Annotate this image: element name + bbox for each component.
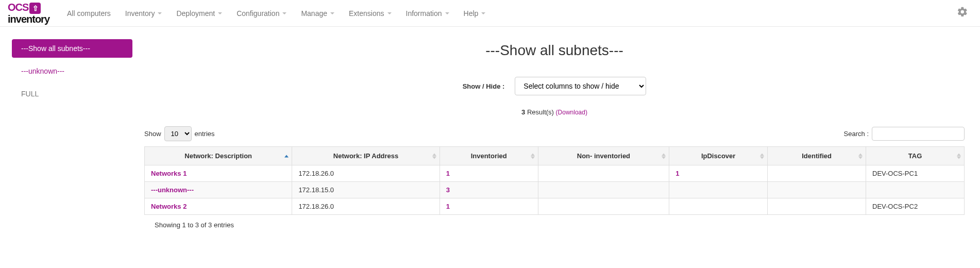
subnets-table: Network: Description Network: IP Address… bbox=[144, 146, 965, 215]
show-label: Show bbox=[144, 130, 161, 138]
col-tag[interactable]: TAG bbox=[866, 147, 965, 165]
cell-ip: 172.18.26.0 bbox=[292, 165, 440, 182]
sort-desc-icon bbox=[957, 156, 961, 159]
table-row: Networks 2 172.18.26.0 1 DEV-OCS-PC2 bbox=[145, 198, 965, 215]
cell-network-desc[interactable]: Networks 2 bbox=[151, 203, 187, 210]
caret-icon bbox=[445, 12, 449, 14]
results-row: 3 Result(s) (Download) bbox=[144, 108, 965, 116]
sort-asc-icon bbox=[760, 153, 764, 156]
show-hide-select[interactable]: Select columns to show / hide bbox=[515, 77, 646, 95]
col-inventoried[interactable]: Inventoried bbox=[440, 147, 538, 165]
nav-deployment[interactable]: Deployment bbox=[169, 0, 229, 27]
table-row: Networks 1 172.18.26.0 1 1 DEV-OCS-PC1 bbox=[145, 165, 965, 182]
cell-network-desc[interactable]: ---unknown--- bbox=[151, 186, 194, 194]
sort-asc-icon bbox=[957, 153, 961, 156]
show-hide-label: Show / Hide : bbox=[463, 82, 505, 90]
sort-asc-icon bbox=[432, 153, 436, 156]
caret-icon bbox=[158, 12, 162, 14]
sort-desc-icon bbox=[432, 156, 436, 159]
caret-icon bbox=[218, 12, 222, 14]
cell-identified bbox=[768, 165, 866, 182]
nav-help[interactable]: Help bbox=[457, 0, 493, 27]
sidebar-item-unknown[interactable]: ---unknown--- bbox=[12, 62, 132, 80]
cell-network-desc[interactable]: Networks 1 bbox=[151, 170, 187, 177]
cell-ipdiscover[interactable]: 1 bbox=[675, 170, 679, 177]
page-title: ---Show all subnets--- bbox=[144, 42, 965, 59]
logo[interactable]: OCS⇧ inventory bbox=[8, 2, 49, 24]
sidebar-item-full[interactable]: FULL bbox=[12, 85, 132, 103]
sort-asc-icon bbox=[662, 153, 666, 156]
sidebar: ---Show all subnets--- ---unknown--- FUL… bbox=[0, 27, 144, 115]
gear-icon[interactable] bbox=[953, 6, 972, 21]
table-info: Showing 1 to 3 of 3 entries bbox=[144, 215, 965, 229]
nav-extensions[interactable]: Extensions bbox=[342, 0, 398, 27]
col-description[interactable]: Network: Description bbox=[145, 147, 292, 165]
sort-asc-icon bbox=[531, 153, 535, 156]
results-word: Result(s) bbox=[527, 108, 554, 116]
nav-all-computers[interactable]: All computers bbox=[60, 0, 118, 27]
entries-label: entries bbox=[195, 130, 215, 138]
search-box: Search : bbox=[844, 127, 965, 141]
cell-tag bbox=[866, 182, 965, 198]
nav-links: All computers Inventory Deployment Confi… bbox=[60, 0, 953, 27]
cell-noninv bbox=[538, 165, 669, 182]
cell-identified bbox=[768, 198, 866, 215]
caret-icon bbox=[481, 12, 485, 14]
download-link[interactable]: (Download) bbox=[556, 109, 587, 116]
col-noninventoried[interactable]: Non- inventoried bbox=[538, 147, 669, 165]
cell-inventoried[interactable]: 1 bbox=[446, 170, 450, 177]
table-body: Networks 1 172.18.26.0 1 1 DEV-OCS-PC1 -… bbox=[145, 165, 965, 215]
cell-noninv bbox=[538, 198, 669, 215]
cell-inventoried[interactable]: 1 bbox=[446, 203, 450, 210]
cell-tag: DEV-OCS-PC2 bbox=[866, 198, 965, 215]
col-identified[interactable]: Identified bbox=[768, 147, 866, 165]
sort-asc-icon bbox=[284, 155, 289, 157]
col-ipdiscover[interactable]: IpDiscover bbox=[669, 147, 768, 165]
sort-desc-icon bbox=[531, 156, 535, 159]
show-entries: Show 10 entries bbox=[144, 126, 215, 141]
caret-icon bbox=[387, 12, 392, 14]
search-label: Search : bbox=[844, 130, 869, 138]
cell-inventoried[interactable]: 3 bbox=[446, 186, 450, 194]
caret-icon bbox=[282, 12, 286, 14]
cell-noninv bbox=[538, 182, 669, 198]
cell-identified bbox=[768, 182, 866, 198]
cell-ip: 172.18.26.0 bbox=[292, 198, 440, 215]
sort-desc-icon bbox=[858, 156, 863, 159]
main-content: ---Show all subnets--- Show / Hide : Sel… bbox=[144, 27, 980, 244]
top-navbar: OCS⇧ inventory All computers Inventory D… bbox=[0, 0, 980, 27]
search-input[interactable] bbox=[872, 127, 965, 141]
sidebar-item-show-all[interactable]: ---Show all subnets--- bbox=[12, 39, 132, 58]
table-row: ---unknown--- 172.18.15.0 3 bbox=[145, 182, 965, 198]
nav-configuration[interactable]: Configuration bbox=[229, 0, 294, 27]
sort-desc-icon bbox=[662, 156, 666, 159]
results-count: 3 bbox=[521, 108, 525, 116]
table-controls: Show 10 entries Search : bbox=[144, 126, 965, 141]
sort-asc-icon bbox=[858, 153, 863, 156]
nav-manage[interactable]: Manage bbox=[294, 0, 342, 27]
nav-information[interactable]: Information bbox=[399, 0, 457, 27]
caret-icon bbox=[330, 12, 334, 14]
sort-desc-icon bbox=[760, 156, 764, 159]
col-ip[interactable]: Network: IP Address bbox=[292, 147, 440, 165]
cell-ip: 172.18.15.0 bbox=[292, 182, 440, 198]
logo-badge-icon: ⇧ bbox=[29, 3, 41, 14]
show-hide-row: Show / Hide : Select columns to show / h… bbox=[144, 77, 965, 95]
nav-inventory[interactable]: Inventory bbox=[118, 0, 170, 27]
cell-tag: DEV-OCS-PC1 bbox=[866, 165, 965, 182]
entries-select[interactable]: 10 bbox=[164, 126, 192, 141]
